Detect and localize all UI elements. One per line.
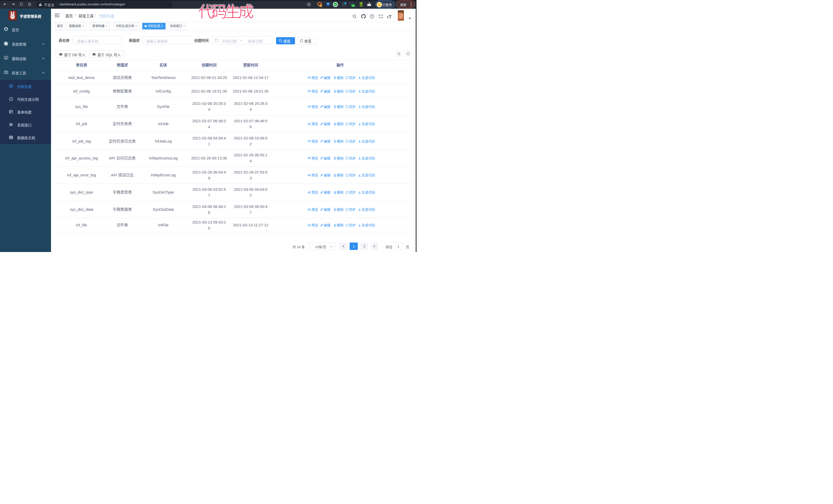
svg-text:1: 1 <box>320 5 322 7</box>
svg-text:on: on <box>352 5 354 7</box>
